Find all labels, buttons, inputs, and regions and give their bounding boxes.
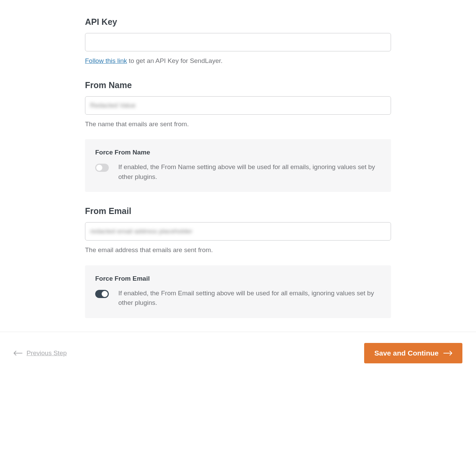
- api-key-help-suffix: to get an API Key for SendLayer.: [127, 57, 223, 64]
- from-name-help: The name that emails are sent from.: [85, 119, 391, 129]
- api-key-help: Follow this link to get an API Key for S…: [85, 56, 391, 66]
- from-email-input[interactable]: redacted email address placeholder: [85, 222, 391, 241]
- force-from-email-title: Force From Email: [95, 275, 381, 282]
- from-name-input[interactable]: Redacted Value: [85, 96, 391, 115]
- save-continue-button[interactable]: Save and Continue: [364, 343, 462, 363]
- wizard-footer: Previous Step Save and Continue: [0, 332, 476, 377]
- api-key-help-link[interactable]: Follow this link: [85, 57, 127, 64]
- api-key-input[interactable]: [85, 33, 391, 51]
- arrow-left-icon: [14, 351, 22, 356]
- api-key-group: API Key Follow this link to get an API K…: [85, 17, 391, 66]
- save-continue-label: Save and Continue: [374, 349, 439, 357]
- force-from-email-panel: Force From Email If enabled, the From Em…: [85, 265, 391, 318]
- previous-step-label: Previous Step: [27, 349, 67, 357]
- force-from-name-toggle[interactable]: [95, 164, 109, 172]
- from-name-group: From Name Redacted Value The name that e…: [85, 80, 391, 192]
- arrow-right-icon: [443, 351, 452, 356]
- force-from-email-toggle[interactable]: [95, 290, 109, 298]
- force-from-name-panel: Force From Name If enabled, the From Nam…: [85, 139, 391, 192]
- from-email-help: The email address that emails are sent f…: [85, 245, 391, 255]
- from-name-value: Redacted Value: [90, 102, 136, 109]
- force-from-name-desc: If enabled, the From Name setting above …: [118, 162, 381, 182]
- previous-step-button[interactable]: Previous Step: [14, 349, 67, 357]
- force-from-name-title: Force From Name: [95, 149, 381, 156]
- from-email-label: From Email: [85, 206, 391, 216]
- from-name-label: From Name: [85, 80, 391, 90]
- from-email-group: From Email redacted email address placeh…: [85, 206, 391, 318]
- from-email-value: redacted email address placeholder: [90, 228, 192, 235]
- force-from-email-desc: If enabled, the From Email setting above…: [118, 289, 381, 308]
- api-key-label: API Key: [85, 17, 391, 27]
